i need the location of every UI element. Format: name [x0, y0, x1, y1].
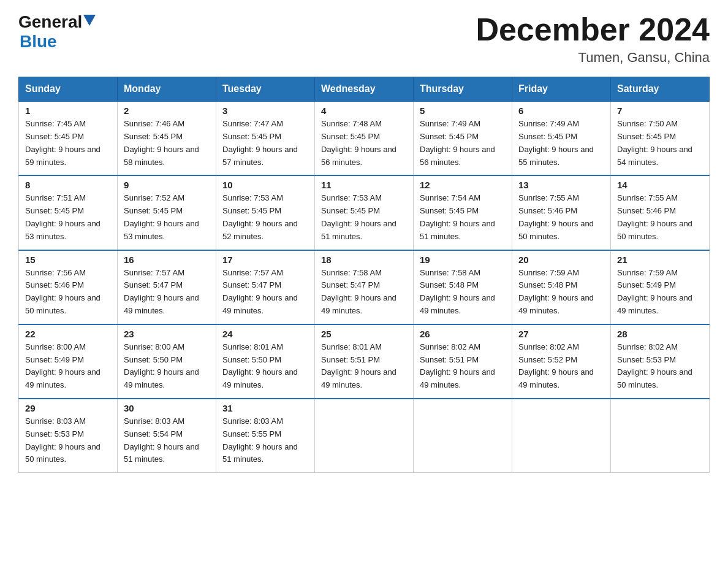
col-thursday: Thursday: [414, 77, 512, 102]
col-saturday: Saturday: [611, 77, 710, 102]
day-info: Sunrise: 7:57 AMSunset: 5:47 PMDaylight:…: [222, 268, 298, 315]
day-number: 13: [518, 180, 604, 190]
day-number: 30: [124, 403, 210, 413]
subtitle: Tumen, Gansu, China: [476, 50, 710, 66]
day-number: 8: [25, 180, 111, 190]
calendar-day-cell: 24Sunrise: 8:01 AMSunset: 5:50 PMDayligh…: [216, 324, 315, 399]
col-wednesday: Wednesday: [315, 77, 414, 102]
logo-arrow-icon: [83, 15, 96, 26]
day-info: Sunrise: 8:02 AMSunset: 5:53 PMDaylight:…: [617, 342, 692, 389]
day-info: Sunrise: 7:50 AMSunset: 5:45 PMDaylight:…: [617, 119, 692, 166]
day-number: 12: [420, 180, 506, 190]
calendar-day-cell: 1Sunrise: 7:45 AMSunset: 5:45 PMDaylight…: [19, 101, 118, 175]
day-number: 17: [222, 255, 308, 265]
day-number: 19: [420, 255, 506, 265]
day-info: Sunrise: 7:46 AMSunset: 5:45 PMDaylight:…: [124, 119, 199, 166]
day-info: Sunrise: 7:58 AMSunset: 5:47 PMDaylight:…: [321, 268, 396, 315]
calendar-day-cell: 31Sunrise: 8:03 AMSunset: 5:55 PMDayligh…: [216, 399, 315, 473]
calendar-day-cell: 4Sunrise: 7:48 AMSunset: 5:45 PMDaylight…: [315, 101, 414, 175]
calendar-day-cell: 23Sunrise: 8:00 AMSunset: 5:50 PMDayligh…: [118, 324, 216, 399]
day-info: Sunrise: 8:02 AMSunset: 5:51 PMDaylight:…: [420, 342, 495, 389]
day-number: 21: [617, 255, 703, 265]
col-monday: Monday: [118, 77, 216, 102]
day-number: 29: [25, 403, 111, 413]
calendar-day-cell: 3Sunrise: 7:47 AMSunset: 5:45 PMDaylight…: [216, 101, 315, 175]
calendar-day-cell: 5Sunrise: 7:49 AMSunset: 5:45 PMDaylight…: [414, 101, 512, 175]
day-info: Sunrise: 7:55 AMSunset: 5:46 PMDaylight:…: [518, 193, 594, 240]
day-info: Sunrise: 7:48 AMSunset: 5:45 PMDaylight:…: [321, 119, 396, 166]
page-header: General Blue December 2024 Tumen, Gansu,…: [18, 12, 710, 66]
day-info: Sunrise: 7:45 AMSunset: 5:45 PMDaylight:…: [25, 119, 100, 166]
calendar-day-cell: 18Sunrise: 7:58 AMSunset: 5:47 PMDayligh…: [315, 250, 414, 324]
day-info: Sunrise: 7:53 AMSunset: 5:45 PMDaylight:…: [321, 193, 396, 240]
day-number: 20: [518, 255, 604, 265]
day-info: Sunrise: 7:55 AMSunset: 5:46 PMDaylight:…: [617, 193, 692, 240]
day-info: Sunrise: 7:52 AMSunset: 5:45 PMDaylight:…: [124, 193, 199, 240]
calendar-table: Sunday Monday Tuesday Wednesday Thursday…: [18, 77, 710, 473]
day-info: Sunrise: 8:01 AMSunset: 5:50 PMDaylight:…: [222, 342, 298, 389]
calendar-day-cell: 9Sunrise: 7:52 AMSunset: 5:45 PMDaylight…: [118, 175, 216, 250]
calendar-header-row: Sunday Monday Tuesday Wednesday Thursday…: [19, 77, 710, 102]
calendar-day-cell: 28Sunrise: 8:02 AMSunset: 5:53 PMDayligh…: [611, 324, 710, 399]
day-number: 3: [222, 105, 308, 116]
day-info: Sunrise: 7:51 AMSunset: 5:45 PMDaylight:…: [25, 193, 100, 240]
day-number: 4: [321, 105, 407, 116]
logo: General Blue: [18, 12, 96, 52]
calendar-day-cell: 2Sunrise: 7:46 AMSunset: 5:45 PMDaylight…: [118, 101, 216, 175]
calendar-day-cell: 13Sunrise: 7:55 AMSunset: 5:46 PMDayligh…: [512, 175, 611, 250]
day-number: 9: [124, 180, 210, 190]
calendar-day-cell: 30Sunrise: 8:03 AMSunset: 5:54 PMDayligh…: [118, 399, 216, 473]
col-sunday: Sunday: [19, 77, 118, 102]
day-info: Sunrise: 7:59 AMSunset: 5:49 PMDaylight:…: [617, 268, 692, 315]
day-info: Sunrise: 8:03 AMSunset: 5:55 PMDaylight:…: [222, 416, 298, 464]
day-number: 16: [124, 255, 210, 265]
day-number: 1: [25, 105, 111, 116]
day-number: 18: [321, 255, 407, 265]
day-info: Sunrise: 7:56 AMSunset: 5:46 PMDaylight:…: [25, 268, 100, 315]
day-info: Sunrise: 7:49 AMSunset: 5:45 PMDaylight:…: [420, 119, 495, 166]
calendar-week-row: 15Sunrise: 7:56 AMSunset: 5:46 PMDayligh…: [19, 250, 710, 324]
calendar-week-row: 29Sunrise: 8:03 AMSunset: 5:53 PMDayligh…: [19, 399, 710, 473]
day-info: Sunrise: 8:01 AMSunset: 5:51 PMDaylight:…: [321, 342, 396, 389]
day-number: 7: [617, 105, 703, 116]
calendar-day-cell: [414, 399, 512, 473]
day-info: Sunrise: 8:00 AMSunset: 5:49 PMDaylight:…: [25, 342, 100, 389]
day-number: 2: [124, 105, 210, 116]
calendar-day-cell: 17Sunrise: 7:57 AMSunset: 5:47 PMDayligh…: [216, 250, 315, 324]
col-friday: Friday: [512, 77, 611, 102]
day-info: Sunrise: 7:58 AMSunset: 5:48 PMDaylight:…: [420, 268, 495, 315]
day-info: Sunrise: 7:57 AMSunset: 5:47 PMDaylight:…: [124, 268, 199, 315]
calendar-day-cell: 19Sunrise: 7:58 AMSunset: 5:48 PMDayligh…: [414, 250, 512, 324]
calendar-week-row: 8Sunrise: 7:51 AMSunset: 5:45 PMDaylight…: [19, 175, 710, 250]
logo-blue-text: Blue: [20, 32, 57, 52]
calendar-day-cell: 15Sunrise: 7:56 AMSunset: 5:46 PMDayligh…: [19, 250, 118, 324]
calendar-day-cell: 10Sunrise: 7:53 AMSunset: 5:45 PMDayligh…: [216, 175, 315, 250]
calendar-day-cell: 22Sunrise: 8:00 AMSunset: 5:49 PMDayligh…: [19, 324, 118, 399]
calendar-day-cell: 8Sunrise: 7:51 AMSunset: 5:45 PMDaylight…: [19, 175, 118, 250]
calendar-day-cell: 7Sunrise: 7:50 AMSunset: 5:45 PMDaylight…: [611, 101, 710, 175]
day-info: Sunrise: 7:47 AMSunset: 5:45 PMDaylight:…: [222, 119, 298, 166]
day-number: 5: [420, 105, 506, 116]
day-number: 26: [420, 329, 506, 339]
calendar-day-cell: [315, 399, 414, 473]
day-number: 10: [222, 180, 308, 190]
calendar-day-cell: 29Sunrise: 8:03 AMSunset: 5:53 PMDayligh…: [19, 399, 118, 473]
day-number: 15: [25, 255, 111, 265]
calendar-day-cell: 21Sunrise: 7:59 AMSunset: 5:49 PMDayligh…: [611, 250, 710, 324]
calendar-day-cell: 11Sunrise: 7:53 AMSunset: 5:45 PMDayligh…: [315, 175, 414, 250]
day-number: 31: [222, 403, 308, 413]
calendar-day-cell: 20Sunrise: 7:59 AMSunset: 5:48 PMDayligh…: [512, 250, 611, 324]
calendar-day-cell: 25Sunrise: 8:01 AMSunset: 5:51 PMDayligh…: [315, 324, 414, 399]
calendar-day-cell: [611, 399, 710, 473]
day-number: 22: [25, 329, 111, 339]
calendar-day-cell: 12Sunrise: 7:54 AMSunset: 5:45 PMDayligh…: [414, 175, 512, 250]
main-title: December 2024: [476, 12, 710, 47]
calendar-day-cell: 16Sunrise: 7:57 AMSunset: 5:47 PMDayligh…: [118, 250, 216, 324]
calendar-week-row: 22Sunrise: 8:00 AMSunset: 5:49 PMDayligh…: [19, 324, 710, 399]
day-info: Sunrise: 7:49 AMSunset: 5:45 PMDaylight:…: [518, 119, 594, 166]
calendar-week-row: 1Sunrise: 7:45 AMSunset: 5:45 PMDaylight…: [19, 101, 710, 175]
day-info: Sunrise: 8:02 AMSunset: 5:52 PMDaylight:…: [518, 342, 594, 389]
day-info: Sunrise: 8:03 AMSunset: 5:54 PMDaylight:…: [124, 416, 199, 464]
calendar-day-cell: 14Sunrise: 7:55 AMSunset: 5:46 PMDayligh…: [611, 175, 710, 250]
day-number: 11: [321, 180, 407, 190]
